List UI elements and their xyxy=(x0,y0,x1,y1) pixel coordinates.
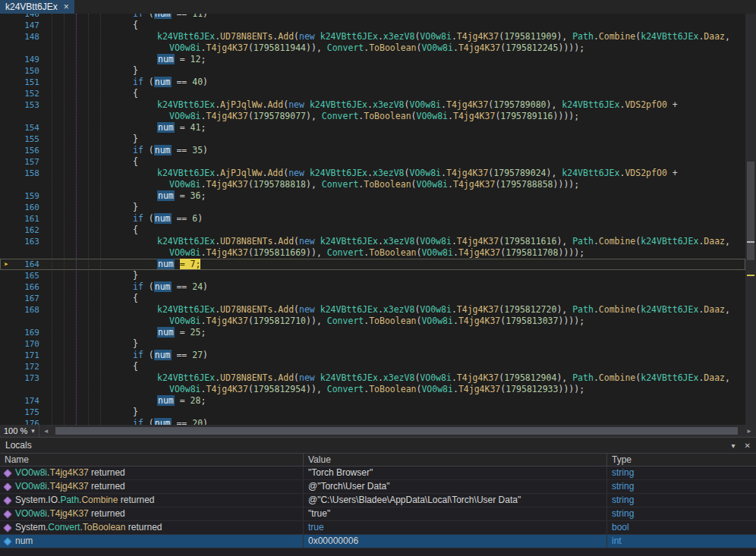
code-line[interactable]: 152{ xyxy=(0,88,745,99)
editor-horizontal-scrollbar[interactable] xyxy=(53,425,742,437)
code-line[interactable]: 146if (num == 11) xyxy=(0,14,745,20)
breakpoint-gutter[interactable] xyxy=(0,77,12,88)
breakpoint-gutter[interactable] xyxy=(0,14,12,20)
code-line[interactable]: 147{ xyxy=(0,20,745,31)
code-line[interactable]: VO0w8i.T4jg4K37(1795811944)), Convert.To… xyxy=(0,42,745,54)
breakpoint-gutter[interactable] xyxy=(0,65,12,77)
locals-row[interactable]: VO0w8i.T4jg4K37 returned"Torch Browser"s… xyxy=(0,466,756,480)
locals-value-cell[interactable]: @"Torch\User Data" xyxy=(304,480,607,493)
code-line[interactable]: 163k24VBtt6JEx.UD78N8ENTs.Add(new k24VBt… xyxy=(0,236,745,247)
breakpoint-gutter[interactable] xyxy=(0,99,12,111)
breakpoint-gutter[interactable] xyxy=(0,395,12,407)
scrollbar-thumb[interactable] xyxy=(55,427,738,435)
breakpoint-gutter[interactable] xyxy=(0,122,12,134)
column-header-value[interactable]: Value xyxy=(304,454,607,466)
current-statement-arrow[interactable]: ➤ xyxy=(0,259,12,270)
breakpoint-gutter[interactable] xyxy=(0,372,12,384)
breakpoint-gutter[interactable] xyxy=(0,225,12,236)
breakpoint-gutter[interactable] xyxy=(0,338,12,350)
code-line[interactable]: 172{ xyxy=(0,361,745,372)
breakpoint-gutter[interactable] xyxy=(0,293,12,304)
tab-close-icon[interactable]: × xyxy=(64,2,69,11)
breakpoint-gutter[interactable] xyxy=(0,350,12,361)
breakpoint-gutter[interactable] xyxy=(0,190,12,202)
locals-row[interactable]: num0x00000006int xyxy=(0,535,756,548)
breakpoint-gutter[interactable] xyxy=(0,20,12,31)
code-line[interactable]: 168k24VBtt6JEx.UD78N8ENTs.Add(new k24VBt… xyxy=(0,304,745,316)
locals-row[interactable]: VO0w8i.T4jg4K37 returned@"Torch\User Dat… xyxy=(0,480,756,494)
zoom-control[interactable]: 100 % ▾ xyxy=(0,425,39,437)
breakpoint-gutter[interactable] xyxy=(0,168,12,179)
breakpoint-gutter[interactable] xyxy=(0,111,12,122)
code-line[interactable]: 166if (num == 24) xyxy=(0,281,745,293)
breakpoint-gutter[interactable] xyxy=(0,418,12,425)
code-line[interactable]: 158k24VBtt6JEx.AjPJqlWw.Add(new k24VBtt6… xyxy=(0,168,745,179)
scrollbar-thumb[interactable] xyxy=(747,162,754,260)
breakpoint-gutter[interactable] xyxy=(0,145,12,156)
locals-value-cell[interactable]: true xyxy=(304,521,607,534)
breakpoint-gutter[interactable] xyxy=(0,236,12,247)
code-line[interactable]: 173k24VBtt6JEx.UD78N8ENTs.Add(new k24VBt… xyxy=(0,372,745,384)
locals-value-cell[interactable]: "true" xyxy=(304,507,607,520)
breakpoint-gutter[interactable] xyxy=(0,304,12,316)
breakpoint-gutter[interactable] xyxy=(0,247,12,259)
code-line[interactable]: 167{ xyxy=(0,293,745,304)
code-line[interactable]: 165} xyxy=(0,270,745,281)
code-line[interactable]: 159num = 36; xyxy=(0,190,745,202)
scroll-right-icon[interactable]: ► xyxy=(742,428,756,435)
code-line[interactable]: 169num = 25; xyxy=(0,327,745,338)
code-line[interactable]: 176if (num == 20) xyxy=(0,418,745,425)
breakpoint-gutter[interactable] xyxy=(0,407,12,418)
code-line[interactable]: 156if (num == 35) xyxy=(0,145,745,156)
code-line[interactable]: VO0w8i.T4jg4K37(1795812710)), Convert.To… xyxy=(0,316,745,327)
locals-row[interactable]: System.Convert.ToBoolean returnedtrueboo… xyxy=(0,521,756,535)
code-line[interactable]: 150} xyxy=(0,65,745,77)
code-line[interactable]: 149num = 12; xyxy=(0,54,745,65)
breakpoint-gutter[interactable] xyxy=(0,42,12,54)
code-line[interactable]: 151if (num == 40) xyxy=(0,77,745,88)
code-line[interactable]: 174num = 28; xyxy=(0,395,745,407)
column-header-name[interactable]: Name xyxy=(0,454,304,466)
code-line[interactable]: VO0w8i.T4jg4K37(1795789077), Convert.ToB… xyxy=(0,111,745,122)
code-line[interactable]: 155} xyxy=(0,134,745,145)
code-line[interactable]: 175} xyxy=(0,407,745,418)
locals-value-cell[interactable]: "Torch Browser" xyxy=(304,466,607,479)
code-line[interactable]: VO0w8i.T4jg4K37(1795811669)), Convert.To… xyxy=(0,247,745,259)
code-line[interactable]: 171if (num == 27) xyxy=(0,350,745,361)
code-line[interactable]: VO0w8i.T4jg4K37(1795812954)), Convert.To… xyxy=(0,384,745,395)
locals-value-cell[interactable]: @"C:\Users\Bladee\AppData\Local\Torch\Us… xyxy=(304,494,607,507)
code-line[interactable]: VO0w8i.T4jg4K37(1795788818), Convert.ToB… xyxy=(0,179,745,190)
code-line[interactable]: 161if (num == 6) xyxy=(0,213,745,225)
breakpoint-gutter[interactable] xyxy=(0,31,12,42)
breakpoint-gutter[interactable] xyxy=(0,88,12,99)
breakpoint-gutter[interactable] xyxy=(0,134,12,145)
scroll-left-icon[interactable]: ◄ xyxy=(39,428,53,435)
locals-row[interactable]: System.IO.Path.Combine returned@"C:\User… xyxy=(0,494,756,507)
code-line[interactable]: 153k24VBtt6JEx.AjPJqlWw.Add(new k24VBtt6… xyxy=(0,99,745,111)
column-header-type[interactable]: Type xyxy=(607,454,756,466)
breakpoint-gutter[interactable] xyxy=(0,202,12,213)
breakpoint-gutter[interactable] xyxy=(0,156,12,168)
breakpoint-gutter[interactable] xyxy=(0,327,12,338)
breakpoint-gutter[interactable] xyxy=(0,316,12,327)
editor-vertical-scrollbar[interactable] xyxy=(745,14,756,425)
breakpoint-gutter[interactable] xyxy=(0,213,12,225)
breakpoint-gutter[interactable] xyxy=(0,270,12,281)
code-line[interactable]: 154num = 41; xyxy=(0,122,745,134)
locals-value-cell[interactable]: 0x00000006 xyxy=(304,535,607,548)
code-line[interactable]: 148k24VBtt6JEx.UD78N8ENTs.Add(new k24VBt… xyxy=(0,31,745,42)
breakpoint-gutter[interactable] xyxy=(0,179,12,190)
zoom-dropdown-icon[interactable]: ▾ xyxy=(31,427,35,435)
breakpoint-gutter[interactable] xyxy=(0,384,12,395)
code-line[interactable]: 160} xyxy=(0,202,745,213)
breakpoint-gutter[interactable] xyxy=(0,54,12,65)
window-position-icon[interactable]: ▾ xyxy=(732,441,736,450)
tab-k24vbtt6jex[interactable]: k24VBtt6JEx × xyxy=(0,0,74,14)
code-line[interactable]: ➤164num = 7; xyxy=(0,259,745,270)
locals-row[interactable]: VO0w8i.T4jg4K37 returned"true"string xyxy=(0,507,756,521)
code-line[interactable]: 162{ xyxy=(0,225,745,236)
breakpoint-gutter[interactable] xyxy=(0,281,12,293)
code-line[interactable]: 157{ xyxy=(0,156,745,168)
locals-close-icon[interactable]: ✕ xyxy=(745,441,751,450)
code-line[interactable]: 170} xyxy=(0,338,745,350)
